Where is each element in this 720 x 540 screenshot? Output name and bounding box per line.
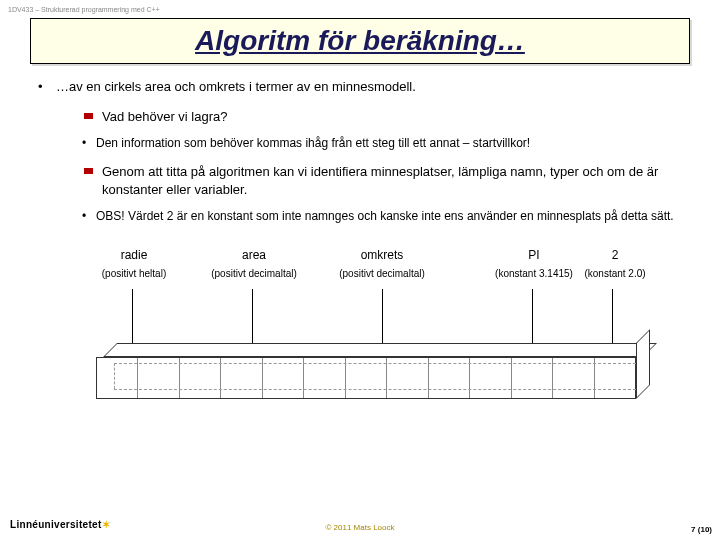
memory-cell <box>470 358 511 398</box>
prism-top <box>103 343 657 357</box>
memory-cell <box>263 358 304 398</box>
label-area: area (positivt decimaltal) <box>204 247 304 281</box>
bullet-storage-question: Vad behöver vi lagra? <box>102 108 680 126</box>
prism-dash <box>114 363 636 364</box>
label-area-name: area <box>242 248 266 262</box>
pointer-line <box>612 289 613 343</box>
label-two-name: 2 <box>612 248 619 262</box>
bullet-identify: Genom att titta på algoritmen kan vi ide… <box>102 163 680 198</box>
memory-cell <box>304 358 345 398</box>
prism-dash <box>114 389 636 390</box>
memory-cell <box>138 358 179 398</box>
memory-cell <box>512 358 553 398</box>
bullet-storage-answer: Den information som behöver kommas ihåg … <box>96 135 680 151</box>
slide-content: …av en cirkels area och omkrets i termer… <box>56 78 680 417</box>
memory-cell <box>553 358 594 398</box>
label-pi-desc: (konstant 3.1415) <box>494 267 574 281</box>
footer-page-number: 7 (10) <box>691 525 712 534</box>
memory-prism <box>96 343 636 399</box>
memory-cell <box>346 358 387 398</box>
prism-dash <box>114 363 115 389</box>
pointer-line <box>252 289 253 343</box>
footer-university-text: Linnéuniversitetet <box>10 519 102 530</box>
pointer-line <box>382 289 383 343</box>
course-code: 1DV433 – Strukturerad programmering med … <box>8 6 160 13</box>
memory-cell <box>387 358 428 398</box>
label-omkrets: omkrets (positivt decimaltal) <box>332 247 432 281</box>
label-omkrets-desc: (positivt decimaltal) <box>332 267 432 281</box>
memory-cell <box>429 358 470 398</box>
footer-dot-icon: ✶ <box>102 519 110 530</box>
label-radie-name: radie <box>121 248 148 262</box>
label-radie: radie (positivt heltal) <box>94 247 174 281</box>
label-pi-name: PI <box>528 248 539 262</box>
bullet-obs: OBS! Värdet 2 är en konstant som inte na… <box>96 208 680 224</box>
label-pi: PI (konstant 3.1415) <box>494 247 574 281</box>
prism-right <box>636 329 650 399</box>
pointer-line <box>132 289 133 343</box>
label-radie-desc: (positivt heltal) <box>94 267 174 281</box>
title-box: Algoritm för beräkning… <box>30 18 690 64</box>
footer-copyright: © 2011 Mats Loock <box>325 523 394 532</box>
footer-university: Linnéuniversitetet✶ <box>10 519 110 530</box>
memory-cell <box>595 358 635 398</box>
label-two-desc: (konstant 2.0) <box>580 267 650 281</box>
bullet-main: …av en cirkels area och omkrets i termer… <box>56 78 680 96</box>
pointer-line <box>532 289 533 343</box>
memory-cell <box>97 358 138 398</box>
label-two: 2 (konstant 2.0) <box>580 247 650 281</box>
memory-diagram: radie (positivt heltal) area (positivt d… <box>56 247 680 417</box>
slide-title: Algoritm för beräkning… <box>41 25 679 57</box>
memory-cell <box>180 358 221 398</box>
label-area-desc: (positivt decimaltal) <box>204 267 304 281</box>
label-omkrets-name: omkrets <box>361 248 404 262</box>
memory-cell <box>221 358 262 398</box>
